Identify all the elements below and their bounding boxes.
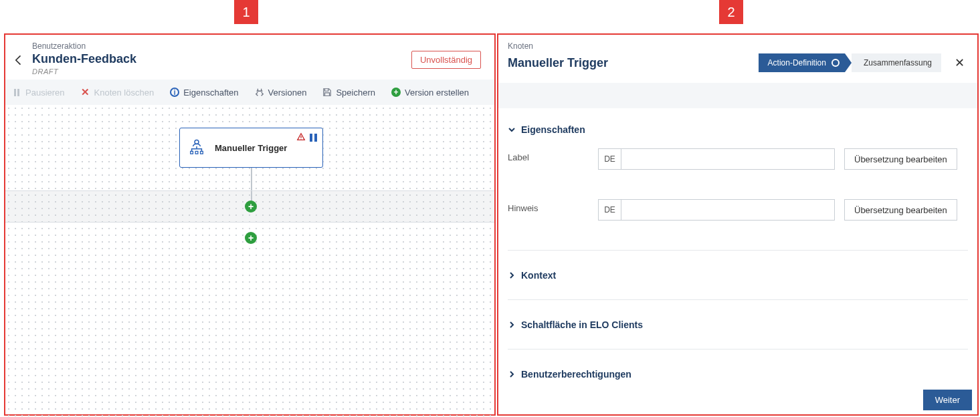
section-permissions-header[interactable]: Benutzerberechtigungen	[508, 359, 968, 389]
crumb-next-label: Zusammenfassung	[864, 58, 932, 67]
warning-icon	[296, 132, 306, 144]
trigger-node[interactable]: Manueller Trigger	[179, 128, 323, 168]
node-label: Manueller Trigger	[215, 143, 287, 153]
step-indicator-icon	[831, 59, 840, 67]
properties-button[interactable]: i Eigenschaften	[170, 88, 238, 98]
lang-tag: DE	[598, 148, 621, 170]
section-context-header[interactable]: Kontext	[508, 260, 968, 290]
designer-panel: Benutzeraktion Kunden-Feedback DRAFT Unv…	[4, 33, 496, 416]
pause-button[interactable]: Pausieren	[12, 88, 65, 98]
versions-icon	[255, 88, 264, 97]
section-button-clients-header[interactable]: Schaltfläche in ELO Clients	[508, 309, 968, 339]
info-icon: i	[170, 88, 179, 97]
annotation-marker-1: 1	[234, 0, 258, 24]
user-tree-icon	[188, 138, 205, 158]
section-button-clients-label: Schaltfläche in ELO Clients	[521, 319, 643, 330]
delete-label: Knoten löschen	[94, 88, 155, 98]
create-version-label: Version erstellen	[405, 88, 469, 98]
chevron-right-icon	[508, 370, 516, 378]
hint-input[interactable]	[621, 199, 835, 221]
add-node-button-2[interactable]: +	[245, 232, 257, 244]
close-button[interactable]: ✕	[951, 54, 968, 72]
delete-icon: ✕	[81, 88, 90, 97]
panel-toolbar	[498, 83, 977, 108]
flow-canvas[interactable]: Manueller Trigger + +	[5, 105, 494, 417]
panel-subtitle: Knoten	[508, 41, 968, 51]
save-button[interactable]: Speichern	[322, 88, 375, 98]
section-properties-header[interactable]: Eigenschaften	[508, 124, 968, 135]
section-properties-label: Eigenschaften	[521, 124, 585, 135]
create-version-button[interactable]: + Version erstellen	[391, 88, 469, 98]
pause-icon	[12, 88, 21, 97]
back-button[interactable]	[5, 53, 32, 67]
edit-translation-button[interactable]: Übersetzung bearbeiten	[844, 148, 957, 170]
page-title: Kunden-Feedback	[32, 52, 411, 66]
chevron-right-icon	[508, 321, 516, 329]
edit-translation-button[interactable]: Übersetzung bearbeiten	[844, 199, 957, 221]
section-context-label: Kontext	[521, 270, 556, 281]
crumb-summary[interactable]: Zusammenfassung	[852, 53, 941, 72]
svg-rect-4	[310, 134, 312, 142]
step-breadcrumb: Action-Definition Zusammenfassung	[759, 53, 941, 72]
annotation-marker-2: 2	[719, 0, 743, 24]
properties-label: Eigenschaften	[183, 88, 238, 98]
add-node-button[interactable]: +	[245, 200, 257, 213]
node-pause-icon	[310, 132, 317, 144]
versions-button[interactable]: Versionen	[255, 88, 307, 98]
label-field-label: Label	[508, 148, 598, 162]
pause-label: Pausieren	[25, 88, 65, 98]
state-label: DRAFT	[32, 67, 411, 76]
lang-tag: DE	[598, 199, 621, 221]
category-label: Benutzeraktion	[32, 41, 411, 51]
svg-rect-2	[195, 151, 198, 154]
svg-rect-3	[201, 151, 203, 154]
crumb-active-label: Action-Definition	[768, 58, 826, 67]
properties-panel: Knoten Manueller Trigger Action-Definiti…	[497, 33, 979, 416]
crumb-action-definition[interactable]: Action-Definition	[759, 53, 845, 72]
delete-node-button[interactable]: ✕ Knoten löschen	[81, 88, 155, 98]
status-badge: Unvollständig	[411, 51, 481, 69]
save-icon	[322, 88, 332, 97]
chevron-down-icon	[508, 126, 516, 134]
versions-label: Versionen	[268, 88, 307, 98]
svg-rect-1	[191, 151, 193, 154]
label-input[interactable]	[621, 148, 835, 170]
save-label: Speichern	[336, 88, 375, 98]
plus-icon: +	[391, 88, 401, 97]
next-button[interactable]: Weiter	[923, 390, 972, 410]
svg-rect-5	[314, 134, 317, 142]
chevron-right-icon	[508, 271, 516, 279]
toolbar: Pausieren ✕ Knoten löschen i Eigenschaft…	[5, 80, 494, 105]
panel-title: Manueller Trigger	[508, 56, 608, 70]
section-permissions-label: Benutzerberechtigungen	[521, 369, 631, 380]
hint-field-label: Hinweis	[508, 199, 598, 213]
